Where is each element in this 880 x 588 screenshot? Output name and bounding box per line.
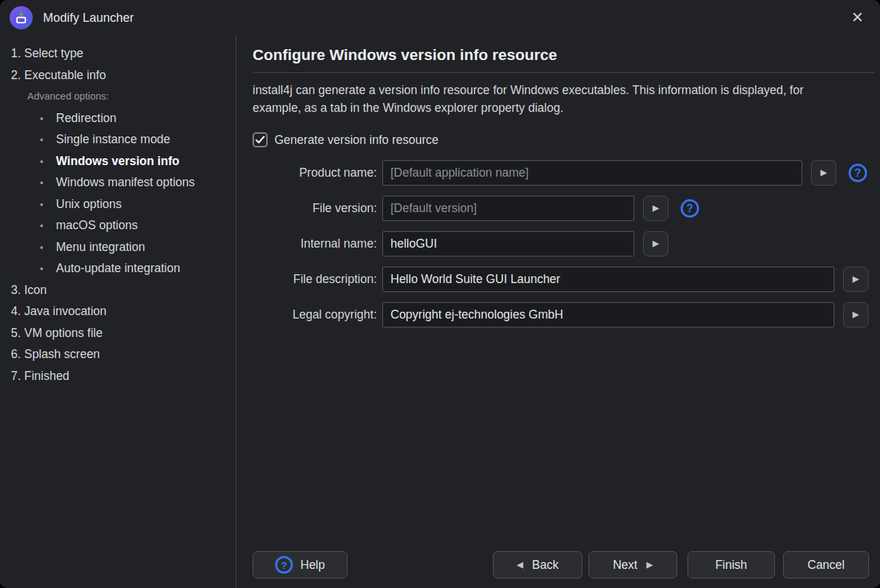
launcher-tray-icon (13, 10, 29, 26)
version-info-form: Product name: ▶ ? File version: ▶ ? Inte… (253, 160, 875, 338)
cancel-button-label: Cancel (808, 558, 844, 572)
product-name-label: Product name: (253, 166, 382, 180)
cancel-button[interactable]: Cancel (783, 551, 869, 578)
right-triangle-icon: ▶ (853, 275, 860, 284)
file-description-label: File description: (253, 272, 382, 286)
sidebar-item-macos-options[interactable]: macOS options (11, 215, 231, 237)
sidebar-item-redirection[interactable]: Redirection (11, 108, 231, 130)
sidebar-item-auto-update-integration[interactable]: Auto-update integration (11, 258, 231, 280)
help-button-label: Help (300, 558, 325, 572)
sidebar-step-java-invocation[interactable]: 4. Java invocation (11, 301, 231, 323)
flex-spacer (253, 338, 875, 551)
sidebar-item-single-instance-mode[interactable]: Single instance mode (11, 129, 231, 151)
launcher-app-icon (10, 6, 33, 29)
sidebar-item-menu-integration[interactable]: Menu integration (11, 237, 231, 259)
dialog-body: 1. Select type 2. Executable info Advanc… (0, 35, 880, 588)
product-name-input[interactable] (382, 160, 802, 186)
sidebar-step-select-type[interactable]: 1. Select type (11, 43, 231, 65)
file-description-input[interactable] (382, 267, 834, 292)
sidebar-item-windows-version-info[interactable]: Windows version info (11, 151, 231, 173)
file-version-variable-button[interactable]: ▶ (643, 196, 668, 221)
sidebar-step-executable-info[interactable]: 2. Executable info (11, 65, 231, 87)
internal-name-row: Internal name: ▶ (253, 231, 875, 256)
legal-copyright-variable-button[interactable]: ▶ (843, 302, 868, 327)
generate-version-info-checkbox[interactable] (253, 132, 268, 147)
sidebar-item-unix-options[interactable]: Unix options (11, 194, 231, 216)
page-title: Configure Windows version info resource (253, 46, 875, 65)
next-button-label: Next (613, 558, 638, 572)
internal-name-label: Internal name: (253, 237, 382, 251)
close-icon[interactable]: ✕ (844, 5, 870, 31)
finish-button-label: Finish (715, 558, 748, 572)
right-triangle-icon: ▶ (647, 561, 653, 570)
file-version-row: File version: ▶ ? (253, 196, 875, 221)
internal-name-input[interactable] (382, 231, 634, 256)
wizard-steps-sidebar: 1. Select type 2. Executable info Advanc… (0, 35, 236, 588)
generate-version-info-label: Generate version info resource (274, 133, 438, 147)
left-triangle-icon: ◀ (517, 561, 524, 570)
legal-copyright-label: Legal copyright: (253, 308, 382, 322)
file-description-variable-button[interactable]: ▶ (843, 267, 868, 292)
file-description-row: File description: ▶ (253, 267, 875, 292)
sidebar-item-windows-manifest-options[interactable]: Windows manifest options (11, 172, 231, 194)
right-triangle-icon: ▶ (653, 239, 659, 248)
back-button-label: Back (532, 558, 558, 572)
right-triangle-icon: ▶ (821, 168, 827, 177)
product-name-row: Product name: ▶ ? (253, 160, 875, 186)
wizard-footer: ? Help ◀ Back Next ▶ Finish Cancel (253, 551, 875, 578)
advanced-options-label: Advanced options: (11, 86, 231, 108)
back-button[interactable]: ◀ Back (493, 551, 582, 578)
modify-launcher-dialog: Modify Launcher ✕ 1. Select type 2. Exec… (0, 0, 880, 588)
product-name-help-icon[interactable]: ? (849, 164, 867, 182)
file-version-help-icon[interactable]: ? (681, 199, 699, 218)
page-description: install4j can generate a version info re… (253, 81, 829, 117)
sidebar-step-icon[interactable]: 3. Icon (11, 280, 231, 302)
generate-version-info-row: Generate version info resource (253, 132, 875, 147)
sidebar-step-vm-options-file[interactable]: 5. VM options file (11, 323, 231, 344)
product-name-variable-button[interactable]: ▶ (811, 160, 836, 186)
internal-name-variable-button[interactable]: ▶ (643, 231, 668, 256)
right-triangle-icon: ▶ (653, 204, 659, 213)
finish-button[interactable]: Finish (687, 551, 775, 578)
title-separator (253, 72, 875, 73)
right-triangle-icon: ▶ (853, 310, 860, 319)
legal-copyright-row: Legal copyright: ▶ (253, 302, 875, 327)
sidebar-step-splash-screen[interactable]: 6. Splash screen (11, 344, 231, 366)
dialog-title: Modify Launcher (43, 11, 134, 25)
checkmark-icon (255, 136, 265, 144)
help-circle-icon: ? (275, 556, 293, 574)
file-version-input[interactable] (382, 196, 634, 221)
next-button[interactable]: Next ▶ (588, 551, 677, 578)
file-version-label: File version: (253, 201, 382, 216)
main-panel: Configure Windows version info resource … (236, 35, 880, 588)
legal-copyright-input[interactable] (382, 302, 834, 327)
sidebar-step-finished[interactable]: 7. Finished (11, 366, 231, 387)
help-button[interactable]: ? Help (253, 551, 347, 578)
title-bar: Modify Launcher ✕ (0, 0, 880, 35)
